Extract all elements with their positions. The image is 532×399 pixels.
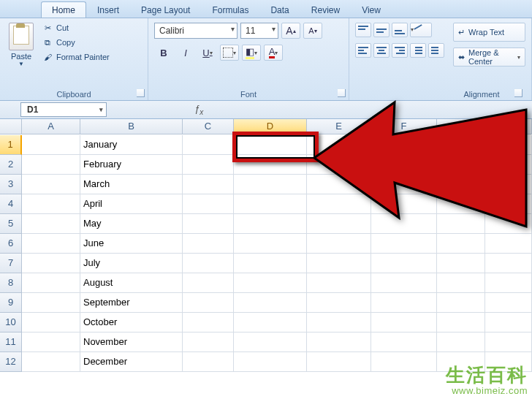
cell-B6[interactable]: June — [80, 234, 183, 254]
column-header-F[interactable]: F — [371, 119, 437, 134]
row-header-8[interactable]: 8 — [0, 273, 22, 293]
cell-G7[interactable] — [437, 254, 485, 273]
cell-E8[interactable] — [307, 273, 371, 293]
cell-A8[interactable] — [22, 273, 80, 293]
column-header-B[interactable]: B — [80, 119, 183, 134]
cell-G10[interactable] — [437, 313, 485, 332]
column-header-A[interactable]: A — [22, 119, 80, 134]
cell-D2[interactable] — [234, 155, 307, 175]
font-color-button[interactable]: A — [264, 45, 283, 61]
cell-F1[interactable] — [371, 135, 437, 155]
font-size-combo[interactable]: 11 — [240, 23, 278, 39]
row-header-11[interactable]: 11 — [0, 332, 22, 352]
cell-D12[interactable] — [234, 352, 307, 372]
cell-E12[interactable] — [307, 352, 371, 372]
tab-view[interactable]: View — [351, 1, 392, 18]
row-header-3[interactable]: 3 — [0, 175, 22, 194]
column-header-C[interactable]: C — [183, 119, 234, 134]
cell-B9[interactable]: September — [80, 293, 183, 313]
cell-H8[interactable] — [485, 273, 532, 293]
cell-H4[interactable] — [485, 194, 532, 214]
bold-button[interactable]: B — [154, 45, 173, 61]
align-top-button[interactable] — [355, 23, 371, 37]
cell-F9[interactable] — [371, 293, 437, 313]
cell-C9[interactable] — [183, 293, 234, 313]
cell-H12[interactable] — [485, 352, 532, 372]
cell-B7[interactable]: July — [80, 254, 183, 273]
cell-E7[interactable] — [307, 254, 371, 273]
cell-E3[interactable] — [307, 175, 371, 194]
tab-data[interactable]: Data — [259, 1, 300, 18]
cell-C2[interactable] — [183, 155, 234, 175]
cell-E11[interactable] — [307, 332, 371, 352]
cell-C3[interactable] — [183, 175, 234, 194]
cell-F7[interactable] — [371, 254, 437, 273]
cell-C6[interactable] — [183, 234, 234, 254]
spreadsheet-grid[interactable]: ABCDEFGH1January2February3March4April5Ma… — [0, 119, 532, 372]
tab-page-layout[interactable]: Page Layout — [130, 1, 201, 18]
cell-G5[interactable] — [437, 214, 485, 234]
row-header-4[interactable]: 4 — [0, 194, 22, 214]
cell-A2[interactable] — [22, 155, 80, 175]
align-right-button[interactable] — [392, 43, 408, 58]
shrink-font-button[interactable]: A▾ — [303, 23, 322, 39]
column-header-E[interactable]: E — [307, 119, 371, 134]
cell-A4[interactable] — [22, 194, 80, 214]
row-header-2[interactable]: 2 — [0, 155, 22, 175]
cell-B12[interactable]: December — [80, 352, 183, 372]
cell-G4[interactable] — [437, 194, 485, 214]
cell-H2[interactable] — [485, 155, 532, 175]
cut-button[interactable]: ✂ Cut — [42, 23, 69, 33]
cell-D5[interactable] — [234, 214, 307, 234]
cell-H11[interactable] — [485, 332, 532, 352]
align-left-button[interactable] — [355, 43, 371, 58]
cell-A7[interactable] — [22, 254, 80, 273]
cell-F12[interactable] — [371, 352, 437, 372]
row-header-12[interactable]: 12 — [0, 352, 22, 372]
row-header-9[interactable]: 9 — [0, 293, 22, 313]
column-header-D[interactable]: D — [234, 119, 307, 135]
paste-button[interactable]: Paste ▼ — [6, 23, 37, 67]
cell-H10[interactable] — [485, 313, 532, 332]
fill-color-button[interactable]: ◧ — [242, 45, 261, 61]
cell-A12[interactable] — [22, 352, 80, 372]
underline-button[interactable]: U — [198, 45, 217, 61]
cell-F10[interactable] — [371, 313, 437, 332]
cell-E1[interactable] — [307, 135, 371, 155]
cell-F3[interactable] — [371, 175, 437, 194]
cell-E4[interactable] — [307, 194, 371, 214]
row-header-5[interactable]: 5 — [0, 214, 22, 234]
cell-C5[interactable] — [183, 214, 234, 234]
cell-G9[interactable] — [437, 293, 485, 313]
cell-C8[interactable] — [183, 273, 234, 293]
cell-B1[interactable]: January — [80, 135, 183, 155]
tab-home[interactable]: Home — [41, 1, 86, 18]
column-header-H[interactable]: H — [485, 119, 532, 134]
cell-D11[interactable] — [234, 332, 307, 352]
cell-F11[interactable] — [371, 332, 437, 352]
cell-C10[interactable] — [183, 313, 234, 332]
italic-button[interactable]: I — [176, 45, 195, 61]
cell-H7[interactable] — [485, 254, 532, 273]
tab-review[interactable]: Review — [300, 1, 351, 18]
cell-G1[interactable] — [437, 135, 485, 155]
fx-icon[interactable]: x — [194, 103, 203, 116]
cell-H1[interactable] — [485, 135, 532, 155]
cell-D6[interactable] — [234, 234, 307, 254]
cell-D4[interactable] — [234, 194, 307, 214]
cell-A10[interactable] — [22, 313, 80, 332]
align-center-button[interactable] — [373, 43, 390, 58]
cell-C12[interactable] — [183, 352, 234, 372]
cell-B10[interactable]: October — [80, 313, 183, 332]
cell-A3[interactable] — [22, 175, 80, 194]
cell-A5[interactable] — [22, 214, 80, 234]
cell-G3[interactable] — [437, 175, 485, 194]
row-header-7[interactable]: 7 — [0, 254, 22, 273]
row-header-10[interactable]: 10 — [0, 313, 22, 332]
cell-C1[interactable] — [183, 135, 234, 155]
align-bottom-button[interactable] — [392, 23, 408, 37]
tab-insert[interactable]: Insert — [86, 1, 130, 18]
column-header-G[interactable]: G — [437, 119, 485, 134]
cell-H9[interactable] — [485, 293, 532, 313]
cell-C11[interactable] — [183, 332, 234, 352]
